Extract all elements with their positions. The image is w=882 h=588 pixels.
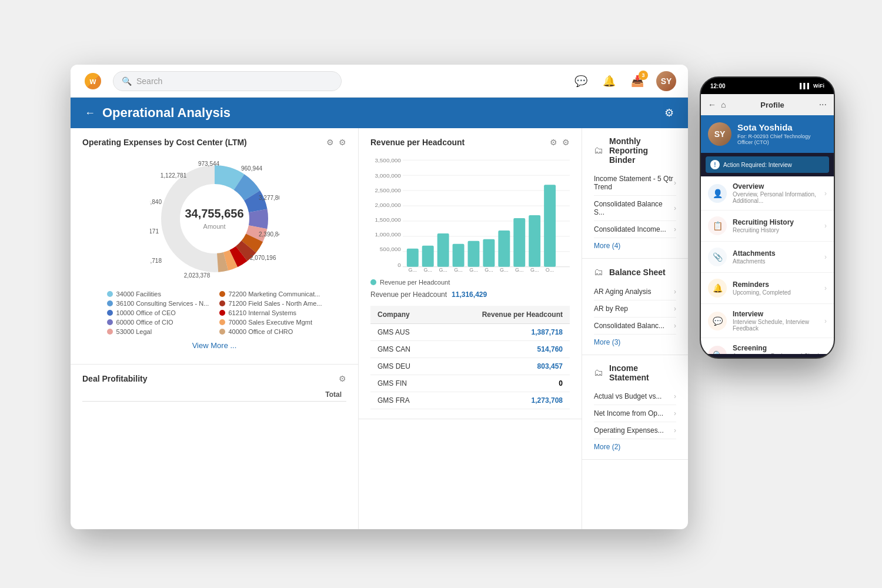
- phone-menu-item-title: Interview: [733, 310, 824, 318]
- cell-revenue: 514,760: [436, 341, 570, 358]
- bar-10: [544, 185, 556, 267]
- binder-item[interactable]: Actual vs Budget vs... ›: [594, 388, 676, 405]
- svg-text:1,500,000: 1,500,000: [375, 216, 401, 223]
- table-row: GMS FRA1,273,708: [370, 392, 570, 409]
- binder-item[interactable]: AR Aging Analysis ›: [594, 283, 676, 300]
- inbox-badge: 3: [639, 71, 648, 80]
- binder-icon: 🗂: [594, 368, 603, 378]
- phone-menu-item[interactable]: 📋 Recruiting History Recruiting History …: [701, 211, 834, 242]
- svg-text:G...: G...: [454, 267, 462, 272]
- svg-text:2,023,378: 2,023,378: [183, 272, 210, 279]
- legend-item-internal-systems: 61210 Internal Systems: [219, 309, 322, 316]
- phone-menu-item[interactable]: 🔔 Reminders Upcoming, Completed ›: [701, 273, 834, 304]
- phone-menu-item-title: Overview: [733, 182, 824, 191]
- bar-settings-icon[interactable]: ⚙: [562, 138, 570, 147]
- phone-menu-item[interactable]: 📎 Attachments Attachments ›: [701, 242, 834, 273]
- binder-item[interactable]: Income Statement - 5 Qtr Trend ›: [594, 171, 676, 196]
- action-required-banner[interactable]: ! Action Required: Interview: [706, 156, 829, 173]
- nav-icons: 💬 🔔 📥 3 SY: [572, 71, 676, 91]
- more-link[interactable]: More (4): [594, 242, 676, 250]
- cell-company: GMS FRA: [370, 392, 436, 409]
- phone-avatar: SY: [708, 122, 731, 146]
- binder-item[interactable]: Operating Expenses... ›: [594, 422, 676, 439]
- binder-item[interactable]: Consolidated Income... ›: [594, 221, 676, 238]
- phone-menu-icon: 🔔: [708, 279, 727, 298]
- svg-text:G...: G...: [423, 267, 432, 272]
- inbox-icon[interactable]: 📥 3: [628, 72, 647, 91]
- chevron-right-icon: ›: [824, 284, 827, 292]
- view-more-link[interactable]: View More ...: [192, 341, 237, 350]
- cell-revenue: 1,387,718: [436, 324, 570, 341]
- phone-menu-item[interactable]: 👤 Overview Overview, Personal Informatio…: [701, 176, 834, 211]
- phone-menu-item-sub: Recruiting History: [733, 227, 824, 233]
- binder-item-text: Consolidated Balance S...: [594, 200, 674, 216]
- binder-item[interactable]: Consolidated Balanc... ›: [594, 318, 676, 335]
- binder-icon: 🗂: [594, 267, 603, 278]
- binder-item[interactable]: AR by Rep ›: [594, 300, 676, 318]
- deal-table-header-total: Total: [153, 388, 346, 402]
- phone-status-bar: 12:00 ▌▌▌ WiFi: [701, 78, 834, 94]
- gear-icon[interactable]: ⚙: [339, 138, 346, 147]
- bar-9: [529, 215, 540, 267]
- svg-text:G...: G...: [485, 267, 493, 272]
- svg-text:1,122,781: 1,122,781: [160, 172, 186, 179]
- phone-menu-item[interactable]: 💬 Interview Interview Schedule, Intervie…: [701, 304, 834, 338]
- legend-item-sales-exec: 70000 Sales Executive Mgmt: [219, 319, 322, 326]
- phone-profile-name: Sota Yoshida: [737, 122, 827, 132]
- revenue-headcount-table: Company Revenue per Headcount GMS AUS1,3…: [370, 306, 570, 409]
- legend-item-facilities: 34000 Facilities: [107, 290, 210, 298]
- back-button[interactable]: ←: [85, 107, 95, 119]
- chevron-right-icon: ›: [674, 204, 676, 212]
- messages-icon[interactable]: 💬: [572, 72, 590, 91]
- deal-settings-icon[interactable]: ⚙: [339, 374, 346, 383]
- user-avatar[interactable]: SY: [656, 71, 676, 91]
- bar-filter-icon[interactable]: ⚙: [550, 138, 557, 147]
- chevron-right-icon: ›: [674, 392, 676, 400]
- signal-icon: ▌▌▌: [800, 83, 811, 89]
- donut-center-label: Amount: [203, 223, 226, 230]
- chevron-right-icon: ›: [674, 225, 676, 233]
- main-content: Operating Expenses by Cost Center (LTM) …: [71, 128, 688, 529]
- operating-expenses-widget: Operating Expenses by Cost Center (LTM) …: [71, 128, 358, 365]
- binder-item[interactable]: Consolidated Balance S... ›: [594, 196, 676, 221]
- bar-8: [513, 218, 525, 267]
- chevron-right-icon: ›: [674, 409, 676, 417]
- phone-back-button[interactable]: ←: [708, 100, 716, 109]
- chevron-right-icon: ›: [674, 322, 676, 330]
- notifications-icon[interactable]: 🔔: [600, 72, 619, 91]
- more-link[interactable]: More (2): [594, 443, 676, 451]
- binder-section: 🗂 Income StatementActual vs Budget vs...…: [582, 355, 688, 460]
- binder-section: 🗂 Monthly Reporting BinderIncome Stateme…: [582, 128, 688, 259]
- table-row: GMS AUS1,387,718: [370, 324, 570, 341]
- legend-item-chro: 40000 Office of CHRO: [219, 328, 322, 335]
- phone-menu-item-sub: Overview, Personal Information, Addition…: [733, 191, 824, 204]
- binder-item[interactable]: Net Income from Op... ›: [594, 405, 676, 422]
- phone-menu-item[interactable]: 🔍 Screening Assessments, Background Chec…: [701, 338, 834, 354]
- svg-text:G...: G...: [409, 267, 417, 272]
- page-title: Operational Analysis: [102, 105, 230, 121]
- legend-item-consulting: 36100 Consulting Services - N...: [107, 300, 210, 307]
- bar-1: [407, 249, 419, 267]
- phone-menu-icon: 📎: [708, 248, 727, 266]
- svg-text:3,500,000: 3,500,000: [375, 157, 401, 163]
- phone-home-button[interactable]: ⌂: [721, 100, 726, 109]
- more-link[interactable]: More (3): [594, 338, 676, 346]
- phone-profile-role: For: R-00293 Chief Technology Officer (C…: [737, 133, 827, 145]
- settings-icon[interactable]: ⚙: [664, 106, 674, 119]
- top-nav-bar: w 🔍 Search 💬 🔔 📥 3 SY: [71, 65, 688, 98]
- search-bar[interactable]: 🔍 Search: [113, 71, 342, 91]
- deal-profitability-title: Deal Profitability: [82, 374, 339, 383]
- table-row: GMS CAN514,760: [370, 341, 570, 358]
- phone-more-button[interactable]: ···: [819, 99, 827, 110]
- bar-5: [468, 241, 480, 267]
- bar-legend-label: Revenue per Headcount: [380, 279, 450, 286]
- phone-menu-item-title: Attachments: [733, 249, 824, 258]
- cell-company: GMS AUS: [370, 324, 436, 341]
- legend-item-cio: 60000 Office of CIO: [107, 319, 210, 326]
- deal-profitability-widget: Deal Profitability ⚙ Total: [71, 365, 358, 411]
- donut-chart: 3,277,860 2,390,845 2,070,196 2,023,378 …: [150, 154, 279, 283]
- filter-icon[interactable]: ⚙: [326, 138, 334, 147]
- donut-center-value: 34,755,656: [185, 207, 243, 220]
- mobile-phone: 12:00 ▌▌▌ WiFi ← ⌂ Profile ··· SY Sota Y…: [700, 76, 835, 359]
- svg-text:2,390,845: 2,390,845: [259, 231, 279, 238]
